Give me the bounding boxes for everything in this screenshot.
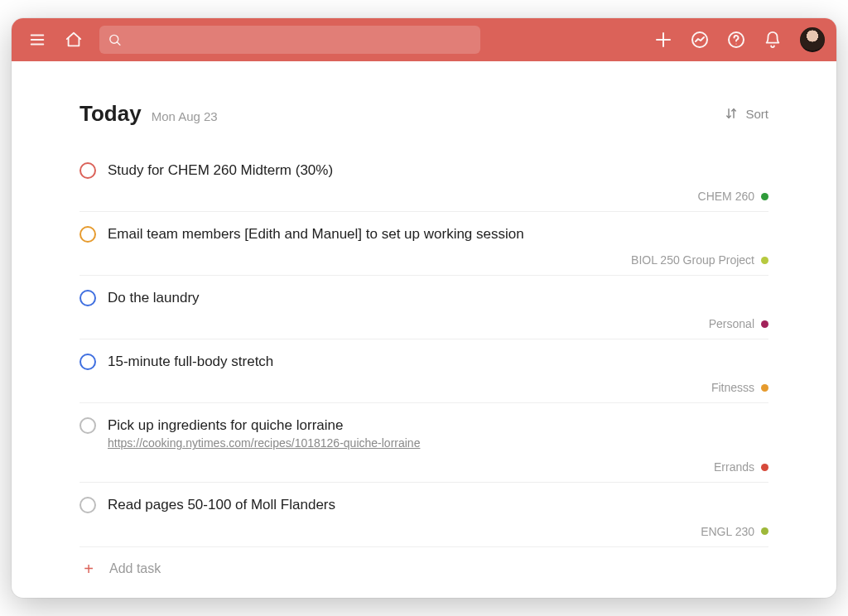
help-icon	[726, 30, 746, 50]
menu-button[interactable]	[23, 26, 51, 54]
task-row: Study for CHEM 260 Midterm (30%)	[80, 161, 768, 180]
task-row: 15-minute full-body stretch	[80, 353, 768, 371]
task-project-name: Errands	[714, 460, 754, 474]
content-area: Today Mon Aug 23 Sort Study for CHEM 260…	[12, 61, 836, 598]
project-color-dot	[761, 257, 768, 264]
svg-point-9	[735, 43, 736, 44]
task-item[interactable]: 15-minute full-body stretchFitnesss	[80, 339, 768, 403]
task-project[interactable]: Errands	[80, 460, 768, 474]
task-project-name: CHEM 260	[698, 190, 754, 203]
project-color-dot	[761, 527, 768, 535]
menu-icon	[28, 31, 46, 49]
task-project-name: ENGL 230	[701, 525, 754, 538]
task-checkbox[interactable]	[80, 162, 96, 179]
task-project[interactable]: CHEM 260	[80, 190, 768, 203]
add-task-label: Add task	[109, 561, 161, 576]
help-button[interactable]	[722, 26, 750, 54]
task-item[interactable]: Pick up ingredients for quiche lorraineh…	[80, 403, 768, 483]
task-project[interactable]: BIOL 250 Group Project	[80, 253, 768, 267]
task-item[interactable]: Email team members [Edith and Manuel] to…	[80, 212, 768, 276]
sort-label: Sort	[745, 107, 768, 121]
search-icon	[108, 32, 122, 47]
add-button[interactable]	[649, 26, 677, 54]
add-task-button[interactable]: + Add task	[80, 547, 768, 595]
task-checkbox[interactable]	[80, 226, 96, 243]
project-color-dot	[761, 464, 768, 471]
sort-icon	[724, 106, 739, 121]
task-row: Do the laundry	[80, 289, 768, 307]
task-checkbox[interactable]	[80, 417, 96, 434]
project-color-dot	[761, 193, 768, 200]
task-body: Do the laundry	[108, 289, 768, 307]
svg-line-4	[117, 42, 120, 46]
top-bar	[12, 18, 836, 61]
page-header: Today Mon Aug 23 Sort	[80, 101, 768, 127]
search-input[interactable]	[128, 33, 472, 46]
task-item[interactable]: Read pages 50-100 of Moll FlandersENGL 2…	[80, 483, 768, 546]
task-project-name: BIOL 250 Group Project	[631, 253, 754, 267]
task-project[interactable]: ENGL 230	[80, 525, 768, 538]
task-project-name: Personal	[709, 317, 754, 330]
page-header-left: Today Mon Aug 23	[80, 101, 218, 127]
task-checkbox[interactable]	[80, 290, 96, 306]
task-link[interactable]: https://cooking.nytimes.com/recipes/1018…	[108, 436, 420, 450]
notifications-button[interactable]	[759, 26, 787, 54]
avatar[interactable]	[800, 27, 825, 52]
task-title: Read pages 50-100 of Moll Flanders	[108, 496, 768, 514]
app-window: Today Mon Aug 23 Sort Study for CHEM 260…	[12, 18, 836, 598]
task-item[interactable]: Study for CHEM 260 Midterm (30%)CHEM 260	[80, 148, 768, 212]
task-body: Pick up ingredients for quiche lorraineh…	[108, 416, 768, 450]
bell-icon	[764, 31, 782, 49]
task-project-name: Fitnesss	[711, 381, 754, 394]
task-title: Do the laundry	[108, 289, 768, 307]
trend-icon	[690, 30, 710, 50]
page-title: Today	[80, 101, 142, 127]
project-color-dot	[761, 384, 768, 392]
project-color-dot	[761, 320, 768, 328]
task-project[interactable]: Fitnesss	[80, 381, 768, 394]
task-list: Study for CHEM 260 Midterm (30%)CHEM 260…	[80, 148, 768, 547]
productivity-button[interactable]	[686, 26, 714, 54]
task-row: Read pages 50-100 of Moll Flanders	[80, 496, 768, 514]
task-body: 15-minute full-body stretch	[108, 353, 768, 371]
task-row: Email team members [Edith and Manuel] to…	[80, 225, 768, 243]
task-title: Pick up ingredients for quiche lorraine	[108, 416, 768, 435]
plus-icon	[653, 30, 673, 50]
task-title: Study for CHEM 260 Midterm (30%)	[108, 161, 768, 180]
task-title: Email team members [Edith and Manuel] to…	[108, 225, 768, 243]
task-item[interactable]: Do the laundryPersonal	[80, 276, 768, 339]
task-row: Pick up ingredients for quiche lorraineh…	[80, 416, 768, 450]
task-body: Study for CHEM 260 Midterm (30%)	[108, 161, 768, 180]
search-box[interactable]	[99, 26, 480, 54]
task-checkbox[interactable]	[80, 354, 96, 370]
task-project[interactable]: Personal	[80, 317, 768, 330]
page-date: Mon Aug 23	[152, 109, 218, 123]
task-checkbox[interactable]	[80, 497, 96, 513]
task-title: 15-minute full-body stretch	[108, 353, 768, 371]
task-body: Email team members [Edith and Manuel] to…	[108, 225, 768, 243]
home-icon	[65, 31, 83, 49]
task-body: Read pages 50-100 of Moll Flanders	[108, 496, 768, 514]
home-button[interactable]	[60, 26, 88, 54]
plus-icon: +	[81, 561, 96, 577]
sort-button[interactable]: Sort	[724, 106, 768, 121]
